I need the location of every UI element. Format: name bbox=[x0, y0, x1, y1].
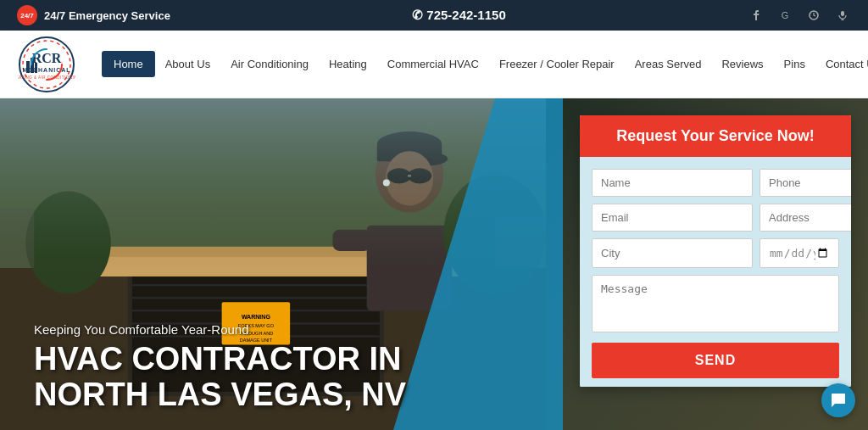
social-links: G bbox=[748, 7, 851, 24]
nav-about[interactable]: About Us bbox=[155, 51, 220, 77]
facebook-icon[interactable] bbox=[748, 7, 765, 24]
top-bar: 24/7 24/7 Emergency Service ✆ 725-242-11… bbox=[0, 0, 868, 31]
phone-display[interactable]: ✆ 725-242-1150 bbox=[412, 8, 506, 23]
email-input[interactable] bbox=[592, 204, 753, 232]
service-form-panel: Request Your Service Now! SEND bbox=[580, 115, 851, 387]
send-button[interactable]: SEND bbox=[592, 343, 839, 378]
hero-title-line1: HVAC CONTRACTOR IN bbox=[34, 341, 401, 377]
hero-text-block: Keeping You Comfortable Year-Round HVAC … bbox=[34, 322, 406, 413]
city-input[interactable] bbox=[592, 238, 753, 268]
hero-subtitle: Keeping You Comfortable Year-Round bbox=[34, 322, 406, 337]
emergency-section: 24/7 24/7 Emergency Service bbox=[17, 5, 170, 25]
nav-contact[interactable]: Contact Us bbox=[815, 51, 868, 77]
chat-button[interactable] bbox=[821, 383, 855, 417]
address-input[interactable] bbox=[760, 204, 851, 232]
google-icon[interactable]: G bbox=[776, 7, 793, 24]
nav-bar: RCR MECHANICAL HEATING & AIR CONDITIONIN… bbox=[0, 31, 868, 98]
form-header: Request Your Service Now! bbox=[580, 115, 851, 157]
form-body: SEND bbox=[580, 157, 851, 387]
svg-rect-1 bbox=[841, 11, 844, 16]
nav-reviews[interactable]: Reviews bbox=[711, 51, 773, 77]
svg-text:MECHANICAL: MECHANICAL bbox=[22, 67, 70, 73]
hero-title-line2: NORTH LAS VEGAS, NV bbox=[34, 377, 406, 412]
form-row-3 bbox=[592, 238, 839, 268]
hero-title: HVAC CONTRACTOR IN NORTH LAS VEGAS, NV bbox=[34, 342, 406, 413]
logo-image: RCR MECHANICAL HEATING & AIR CONDITIONIN… bbox=[17, 35, 76, 94]
svg-text:WARNING: WARNING bbox=[242, 314, 271, 320]
main-nav: Home About Us Air Conditioning Heating C… bbox=[102, 51, 868, 77]
form-title: Request Your Service Now! bbox=[593, 127, 837, 145]
phone-number[interactable]: ✆ 725-242-1150 bbox=[412, 8, 506, 23]
form-row-2 bbox=[592, 204, 839, 232]
date-input[interactable] bbox=[760, 238, 839, 268]
nav-air-conditioning[interactable]: Air Conditioning bbox=[220, 51, 319, 77]
emergency-label: 24/7 Emergency Service bbox=[44, 9, 170, 22]
nav-commercial-hvac[interactable]: Commercial HVAC bbox=[377, 51, 489, 77]
form-row-1 bbox=[592, 169, 839, 197]
phone-input[interactable] bbox=[760, 169, 851, 197]
nav-freezer-cooler[interactable]: Freezer / Cooler Repair bbox=[489, 51, 625, 77]
name-input[interactable] bbox=[592, 169, 753, 197]
message-input[interactable] bbox=[592, 275, 839, 332]
microphone-icon[interactable] bbox=[834, 7, 851, 24]
yelp-icon[interactable] bbox=[805, 7, 822, 24]
nav-home[interactable]: Home bbox=[102, 51, 155, 77]
nav-pins[interactable]: Pins bbox=[774, 51, 815, 77]
emergency-badge: 24/7 bbox=[17, 5, 37, 25]
nav-areas-served[interactable]: Areas Served bbox=[625, 51, 712, 77]
nav-heating[interactable]: Heating bbox=[319, 51, 377, 77]
hero-section: WARNING FORKS MAY GO THROUGH AND DAMAGE … bbox=[0, 98, 868, 430]
logo-svg: RCR MECHANICAL HEATING & AIR CONDITIONIN… bbox=[18, 36, 75, 93]
logo[interactable]: RCR MECHANICAL HEATING & AIR CONDITIONIN… bbox=[17, 35, 76, 94]
